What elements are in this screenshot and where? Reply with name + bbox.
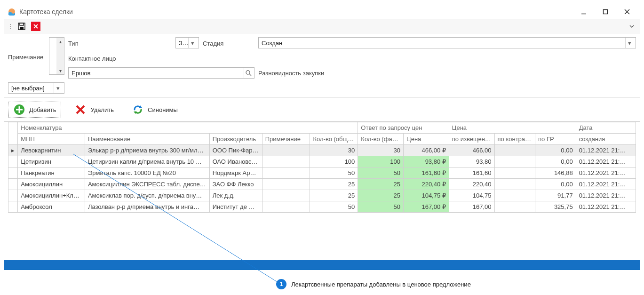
cell-manufacturer[interactable]: Институт де … bbox=[209, 201, 262, 213]
cell-note[interactable] bbox=[262, 167, 310, 179]
cell-price[interactable]: 161,60 ₽ bbox=[404, 167, 449, 179]
toolbar-overflow-button[interactable] bbox=[627, 21, 637, 32]
search-icon[interactable] bbox=[244, 68, 252, 78]
cell-manufacturer[interactable]: ОАО Ивановс… bbox=[209, 156, 262, 167]
cell-qty-total[interactable]: 100 bbox=[310, 156, 358, 167]
cell-created[interactable]: 01.12.2021 21:… bbox=[576, 201, 636, 213]
type-combobox[interactable]: Запрос цен ▾ bbox=[175, 37, 199, 48]
add-button[interactable]: Добавить bbox=[8, 102, 61, 118]
cell-manufacturer[interactable]: Лек д.д. bbox=[209, 190, 262, 201]
cell-by-notice[interactable]: 104,75 bbox=[449, 190, 494, 201]
cell-by-gr[interactable]: 0,00 bbox=[535, 179, 576, 190]
header-group-date[interactable]: Дата bbox=[576, 122, 636, 134]
cell-name[interactable]: Лазолван р-р д/приема внутрь и инга… bbox=[85, 201, 209, 213]
cell-qty-fact[interactable]: 100 bbox=[358, 156, 404, 167]
cell-name[interactable]: Цетиризин капли д/приема внутрь 10 … bbox=[85, 156, 209, 167]
cell-by-gr[interactable]: 91,77 bbox=[535, 190, 576, 201]
cell-note[interactable] bbox=[262, 156, 310, 167]
contact-lookup[interactable]: Ершов bbox=[68, 67, 254, 79]
cell-mnn[interactable]: Левокарнитин bbox=[18, 145, 85, 156]
cell-by-contract[interactable] bbox=[494, 190, 535, 201]
cell-qty-total[interactable]: 30 bbox=[310, 145, 358, 156]
cell-qty-fact[interactable]: 25 bbox=[358, 179, 404, 190]
note-memo[interactable]: ▴ ▾ bbox=[49, 37, 64, 75]
memo-scrollbar[interactable]: ▴ ▾ bbox=[56, 38, 64, 74]
table-row[interactable]: Амоксициллин+Кл…Амоксиклав пор. д/сусп. … bbox=[8, 190, 636, 201]
row-selector-header[interactable] bbox=[8, 122, 18, 145]
cell-name[interactable]: Эрмиталь капс. 10000 ЕД №20 bbox=[85, 167, 209, 179]
synonyms-button[interactable]: Синонимы bbox=[127, 102, 183, 118]
cell-manufacturer[interactable]: ООО Пик-Фар… bbox=[209, 145, 262, 156]
cell-by-contract[interactable] bbox=[494, 179, 535, 190]
cell-note[interactable] bbox=[262, 190, 310, 201]
close-button[interactable] bbox=[31, 21, 41, 32]
cell-by-contract[interactable] bbox=[494, 167, 535, 179]
column-price[interactable]: Цена bbox=[404, 134, 449, 145]
cell-created[interactable]: 01.12.2021 21:… bbox=[576, 145, 636, 156]
cell-qty-fact[interactable]: 30 bbox=[358, 145, 404, 156]
cell-created[interactable]: 01.12.2021 21:… bbox=[576, 179, 636, 190]
column-note[interactable]: Примечание bbox=[262, 134, 310, 145]
window-maximize-button[interactable] bbox=[595, 5, 616, 19]
cell-by-notice[interactable]: 93,80 bbox=[449, 156, 494, 167]
column-mnn[interactable]: МНН bbox=[18, 134, 85, 145]
row-indicator[interactable] bbox=[8, 156, 18, 167]
cell-created[interactable]: 01.12.2021 21:… bbox=[576, 190, 636, 201]
variety-combobox[interactable]: [не выбран] ▾ bbox=[8, 82, 64, 94]
column-by-contract[interactable]: по контра… bbox=[494, 134, 535, 145]
cell-qty-fact[interactable]: 25 bbox=[358, 190, 404, 201]
cell-by-gr[interactable]: 0,00 bbox=[535, 145, 576, 156]
table-row[interactable]: АмоксициллинАмоксициллин ЭКСПРЕСС табл. … bbox=[8, 179, 636, 190]
cell-by-contract[interactable] bbox=[494, 145, 535, 156]
cell-by-contract[interactable] bbox=[494, 156, 535, 167]
table-row[interactable]: АмброксолЛазолван р-р д/приема внутрь и … bbox=[8, 201, 636, 213]
cell-qty-total[interactable]: 25 bbox=[310, 190, 358, 201]
cell-by-gr[interactable]: 0,00 bbox=[535, 156, 576, 167]
cell-created[interactable]: 01.12.2021 21:… bbox=[576, 156, 636, 167]
cell-note[interactable] bbox=[262, 179, 310, 190]
cell-manufacturer[interactable]: Нордмарк Ар… bbox=[209, 167, 262, 179]
cell-price[interactable]: 167,00 ₽ bbox=[404, 201, 449, 213]
cell-mnn[interactable]: Панкреатин bbox=[18, 167, 85, 179]
column-by-notice[interactable]: по извещен… bbox=[449, 134, 494, 145]
row-indicator[interactable] bbox=[8, 201, 18, 213]
cell-price[interactable]: 466,00 ₽ bbox=[404, 145, 449, 156]
column-name[interactable]: Наименование bbox=[85, 134, 209, 145]
cell-mnn[interactable]: Амоксициллин bbox=[18, 179, 85, 190]
cell-qty-fact[interactable]: 50 bbox=[358, 167, 404, 179]
cell-note[interactable] bbox=[262, 145, 310, 156]
cell-note[interactable] bbox=[262, 201, 310, 213]
cell-by-notice[interactable]: 220,40 bbox=[449, 179, 494, 190]
stage-combobox[interactable]: Создан ▾ bbox=[258, 37, 636, 48]
column-created[interactable]: создания bbox=[576, 134, 636, 145]
cell-mnn[interactable]: Амоксициллин+Кл… bbox=[18, 190, 85, 201]
cell-name[interactable]: Амоксициллин ЭКСПРЕСС табл. диспе… bbox=[85, 179, 209, 190]
save-button[interactable] bbox=[16, 21, 27, 32]
table-row[interactable]: ЦетиризинЦетиризин капли д/приема внутрь… bbox=[8, 156, 636, 167]
cell-by-notice[interactable]: 167,00 bbox=[449, 201, 494, 213]
cell-by-contract[interactable] bbox=[494, 201, 535, 213]
cell-price[interactable]: 104,75 ₽ bbox=[404, 190, 449, 201]
cell-by-notice[interactable]: 161,60 bbox=[449, 167, 494, 179]
cell-by-notice[interactable]: 466,00 bbox=[449, 145, 494, 156]
row-indicator[interactable] bbox=[8, 167, 18, 179]
cell-created[interactable]: 01.12.2021 21:… bbox=[576, 167, 636, 179]
scroll-up-icon[interactable]: ▴ bbox=[56, 38, 64, 45]
header-group-nomenclature[interactable]: Номенклатура bbox=[18, 122, 358, 134]
cell-name[interactable]: Элькар р-р д/приема внутрь 300 мг/мл… bbox=[85, 145, 209, 156]
cell-by-gr[interactable]: 325,75 bbox=[535, 201, 576, 213]
scroll-down-icon[interactable]: ▾ bbox=[56, 67, 64, 74]
table-row[interactable]: ▸ЛевокарнитинЭлькар р-р д/приема внутрь … bbox=[8, 145, 636, 156]
cell-qty-total[interactable]: 50 bbox=[310, 167, 358, 179]
cell-manufacturer[interactable]: ЗАО ФФ Лекко bbox=[209, 179, 262, 190]
delete-button[interactable]: Удалить bbox=[70, 102, 119, 118]
cell-mnn[interactable]: Цетиризин bbox=[18, 156, 85, 167]
items-grid[interactable]: Номенклатура Ответ по запросу цен Цена Д… bbox=[4, 122, 640, 260]
row-indicator[interactable] bbox=[8, 190, 18, 201]
window-minimize-button[interactable] bbox=[573, 5, 595, 19]
header-group-price[interactable]: Цена bbox=[449, 122, 576, 134]
cell-qty-total[interactable]: 25 bbox=[310, 179, 358, 190]
window-close-button[interactable] bbox=[616, 5, 638, 19]
row-indicator[interactable] bbox=[8, 179, 18, 190]
cell-name[interactable]: Амоксиклав пор. д/сусп. д/приема вну… bbox=[85, 190, 209, 201]
